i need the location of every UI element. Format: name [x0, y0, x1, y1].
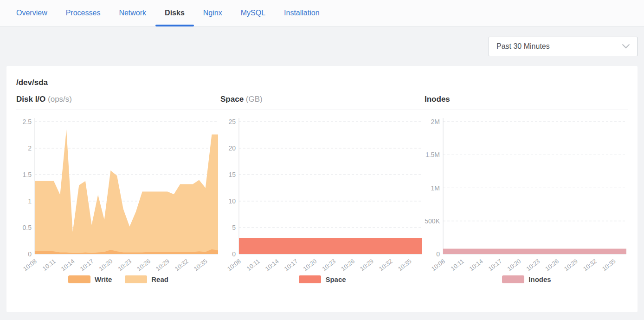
- tab-bar: OverviewProcessesNetworkDisksNginxMySQLI…: [0, 0, 644, 26]
- svg-text:1.5: 1.5: [23, 171, 32, 178]
- svg-text:10:35: 10:35: [397, 258, 413, 273]
- svg-text:2.5: 2.5: [23, 118, 32, 125]
- svg-text:10:26: 10:26: [340, 258, 356, 273]
- svg-text:1M: 1M: [431, 184, 440, 192]
- chart-unit-text: (GB): [246, 95, 263, 104]
- chart-title-space: Space (GB): [220, 95, 425, 104]
- legend-swatch-space: [299, 275, 321, 283]
- legend-swatch-write: [68, 275, 90, 283]
- legend-swatch-inodes: [502, 275, 524, 283]
- svg-text:10:17: 10:17: [283, 258, 299, 273]
- tab-nginx[interactable]: Nginx: [194, 0, 232, 26]
- charts-row: 00.511.522.510:0810:1110:1410:1710:2010:…: [16, 110, 628, 283]
- chart-titles-row: Disk I/O (ops/s)Space (GB)Inodes: [16, 95, 628, 104]
- svg-text:500K: 500K: [425, 217, 440, 225]
- svg-text:10:29: 10:29: [563, 258, 579, 273]
- legend-label: Inodes: [528, 275, 551, 283]
- chart-unit-text: (ops/s): [48, 95, 72, 104]
- toolbar: Past 30 Minutes: [0, 26, 644, 66]
- svg-text:10:11: 10:11: [245, 258, 261, 272]
- chart-title-inodes: Inodes: [425, 95, 629, 104]
- legend-inodes: Inodes: [425, 275, 629, 283]
- legend-item-space[interactable]: Space: [299, 275, 346, 283]
- svg-text:25: 25: [228, 118, 236, 125]
- legend-space: Space: [220, 275, 425, 283]
- time-range-value: Past 30 Minutes: [496, 42, 550, 51]
- chart-inodes: 0500K1M1.5M2M10:0810:1110:1410:1710:2010…: [425, 110, 629, 275]
- svg-text:10:32: 10:32: [174, 258, 190, 273]
- svg-text:0: 0: [232, 250, 236, 258]
- chart-col-space: 051015202510:0810:1110:1410:1710:2010:23…: [220, 110, 425, 283]
- svg-text:10:29: 10:29: [155, 258, 171, 273]
- svg-text:10:35: 10:35: [193, 258, 209, 273]
- svg-text:10:14: 10:14: [264, 258, 280, 273]
- svg-text:0: 0: [28, 250, 32, 258]
- legend-item-read[interactable]: Read: [125, 275, 168, 283]
- tab-disks[interactable]: Disks: [155, 0, 194, 26]
- svg-text:10:26: 10:26: [135, 258, 152, 273]
- tab-network[interactable]: Network: [109, 0, 155, 26]
- tab-mysql[interactable]: MySQL: [232, 0, 275, 26]
- legend-item-write[interactable]: Write: [68, 275, 112, 283]
- chart-disk-io: 00.511.522.510:0810:1110:1410:1710:2010:…: [16, 110, 220, 275]
- svg-text:10: 10: [228, 197, 236, 205]
- svg-text:10:08: 10:08: [430, 258, 446, 273]
- chart-col-disk-io: 00.511.522.510:0810:1110:1410:1710:2010:…: [16, 110, 220, 283]
- svg-text:10:20: 10:20: [97, 258, 114, 273]
- svg-text:10:23: 10:23: [321, 258, 337, 273]
- legend-item-inodes[interactable]: Inodes: [502, 275, 551, 283]
- device-title: /dev/sda: [16, 78, 628, 87]
- disk-card: /dev/sda Disk I/O (ops/s)Space (GB)Inode…: [6, 66, 638, 312]
- svg-text:10:23: 10:23: [116, 258, 133, 273]
- legend-label: Space: [325, 275, 346, 283]
- chevron-down-icon: [622, 44, 630, 49]
- svg-text:10:29: 10:29: [359, 258, 375, 273]
- tab-processes[interactable]: Processes: [57, 0, 110, 26]
- area-inodes: [443, 249, 626, 254]
- svg-text:10:35: 10:35: [601, 258, 617, 273]
- svg-text:5: 5: [232, 224, 236, 231]
- svg-text:0.5: 0.5: [23, 224, 32, 231]
- svg-text:10:17: 10:17: [79, 258, 95, 273]
- svg-text:15: 15: [228, 171, 236, 178]
- legend-label: Write: [95, 275, 112, 283]
- legend-swatch-read: [125, 275, 147, 283]
- svg-text:10:08: 10:08: [22, 258, 38, 273]
- chart-space: 051015202510:0810:1110:1410:1710:2010:23…: [220, 110, 425, 275]
- svg-text:1: 1: [28, 197, 32, 205]
- svg-text:10:20: 10:20: [506, 258, 522, 273]
- svg-text:10:14: 10:14: [60, 258, 76, 273]
- svg-text:20: 20: [228, 144, 236, 152]
- area-space: [239, 238, 422, 254]
- svg-text:10:11: 10:11: [450, 258, 465, 272]
- svg-text:10:32: 10:32: [378, 258, 394, 273]
- svg-text:0: 0: [436, 250, 440, 258]
- chart-title-text: Disk I/O: [16, 95, 45, 104]
- svg-text:10:23: 10:23: [525, 258, 541, 273]
- tab-overview[interactable]: Overview: [7, 0, 57, 26]
- chart-title-disk-io: Disk I/O (ops/s): [16, 95, 220, 104]
- svg-text:10:17: 10:17: [487, 258, 503, 273]
- svg-text:1.5M: 1.5M: [425, 151, 440, 158]
- chart-title-text: Space: [220, 95, 244, 104]
- tabs-nav: OverviewProcessesNetworkDisksNginxMySQLI…: [7, 0, 329, 26]
- svg-text:10:11: 10:11: [41, 258, 57, 272]
- legend-disk-io: WriteRead: [16, 275, 220, 283]
- svg-text:10:26: 10:26: [544, 258, 560, 273]
- svg-text:10:20: 10:20: [302, 258, 318, 273]
- chart-title-text: Inodes: [425, 95, 450, 104]
- time-range-select[interactable]: Past 30 Minutes: [489, 37, 638, 56]
- chart-col-inodes: 0500K1M1.5M2M10:0810:1110:1410:1710:2010…: [425, 110, 629, 283]
- svg-text:10:08: 10:08: [226, 258, 242, 273]
- svg-text:2: 2: [28, 144, 32, 152]
- svg-text:10:14: 10:14: [468, 258, 484, 273]
- svg-text:2M: 2M: [431, 118, 440, 125]
- tab-installation[interactable]: Installation: [275, 0, 329, 26]
- svg-text:10:32: 10:32: [582, 258, 598, 273]
- legend-label: Read: [151, 275, 168, 283]
